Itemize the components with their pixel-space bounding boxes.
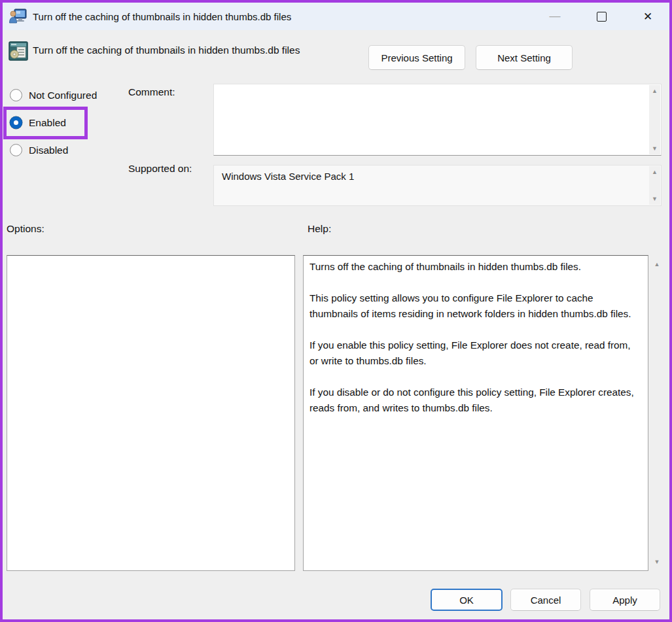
ok-button[interactable]: OK [431,589,503,611]
scroll-down-icon[interactable]: ▼ [654,559,660,565]
scroll-up-icon[interactable]: ▲ [654,261,660,268]
supported-on-field: Windows Vista Service Pack 1 ▲ ▼ [213,165,662,206]
next-setting-button[interactable]: Next Setting [476,45,573,70]
supported-on-scrollbar[interactable]: ▲ ▼ [649,166,660,205]
cancel-button[interactable]: Cancel [510,589,581,611]
window-title: Turn off the caching of thumbnails in hi… [33,11,291,22]
help-paragraph: If you disable or do not configure this … [309,385,641,416]
setting-title: Turn off the caching of thumbnails in hi… [33,44,300,56]
titlebar[interactable]: Turn off the caching of thumbnails in hi… [3,3,669,30]
radio-not-configured[interactable]: Not Configured [10,89,97,101]
minimize-button[interactable]: — [542,3,568,30]
options-panel [7,255,295,571]
apply-button[interactable]: Apply [590,589,660,611]
supported-on-label: Supported on: [128,163,192,175]
radio-circle-checked[interactable] [10,116,22,129]
comment-label: Comment: [128,86,175,98]
radio-label: Enabled [29,117,66,129]
scroll-down-icon[interactable]: ▼ [652,196,658,202]
supported-on-value: Windows Vista Service Pack 1 [222,171,354,182]
radio-label: Not Configured [29,90,97,101]
scroll-down-icon[interactable]: ▼ [652,145,658,152]
help-text-panel: Turns off the caching of thumbnails in h… [303,255,648,571]
comment-scrollbar[interactable]: ▲ ▼ [649,85,660,154]
close-button[interactable]: ✕ [635,3,661,30]
previous-setting-button[interactable]: Previous Setting [368,45,465,70]
maximize-button[interactable] [588,3,614,30]
maximize-icon [597,12,607,22]
scroll-up-icon[interactable]: ▲ [652,169,658,175]
help-label: Help: [308,223,331,235]
radio-label: Disabled [29,145,68,156]
help-paragraph: This policy setting allows you to config… [309,290,641,322]
scroll-up-icon[interactable]: ▲ [652,88,658,94]
radio-circle-unchecked[interactable] [10,89,22,101]
policy-setting-icon [9,41,28,61]
radio-enabled[interactable]: Enabled [10,116,66,129]
help-paragraph: If you enable this policy setting, File … [309,337,641,369]
help-scrollbar[interactable]: ▲ ▼ [650,255,664,571]
help-paragraph: Turns off the caching of thumbnails in h… [309,259,641,275]
radio-circle-unchecked[interactable] [10,144,22,156]
radio-disabled[interactable]: Disabled [10,144,68,156]
group-policy-app-icon [9,9,27,24]
comment-textarea[interactable]: ▲ ▼ [213,84,662,156]
options-label: Options: [7,223,44,235]
policy-setting-dialog: Turn off the caching of thumbnails in hi… [0,0,672,622]
